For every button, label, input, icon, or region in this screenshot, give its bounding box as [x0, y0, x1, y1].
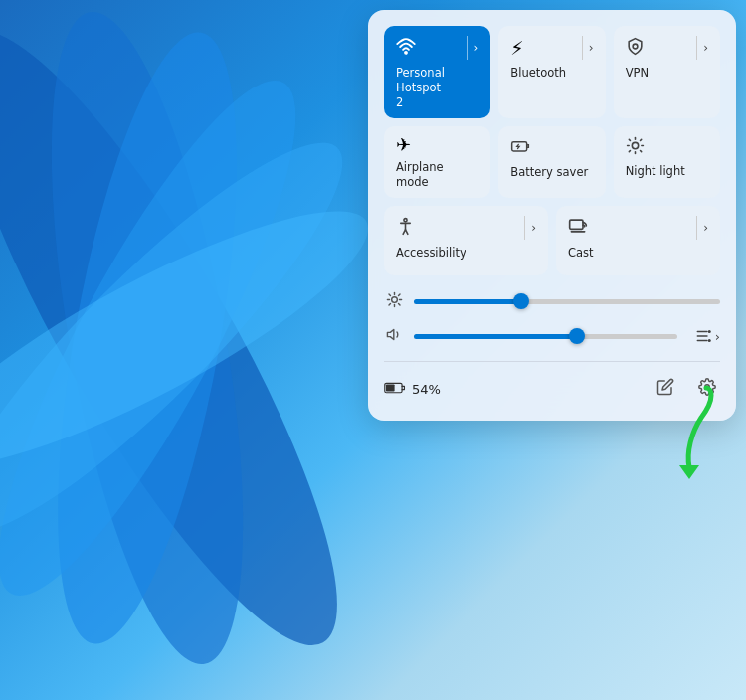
volume-thumb[interactable] — [569, 328, 585, 344]
svg-point-34 — [708, 339, 711, 342]
svg-line-28 — [398, 294, 400, 296]
battery-percent: 54% — [412, 382, 441, 397]
airplane-icon: ✈ — [396, 136, 411, 154]
cast-tile[interactable]: › Cast — [556, 206, 720, 275]
tiles-row1: › Personal Hotspot2 ⚡ › Bluetooth — [384, 26, 720, 118]
cast-label: Cast — [568, 246, 594, 261]
personal-hotspot-chevron[interactable]: › — [467, 36, 479, 60]
volume-slider-row: › — [384, 326, 720, 347]
svg-point-33 — [708, 330, 711, 333]
accessibility-icon — [396, 217, 415, 239]
bluetooth-icon: ⚡ — [510, 39, 523, 58]
personal-hotspot-tile[interactable]: › Personal Hotspot2 — [384, 26, 490, 118]
svg-rect-36 — [386, 384, 395, 391]
volume-icon — [384, 326, 404, 347]
bottom-action-icons — [653, 374, 720, 405]
svg-line-27 — [388, 303, 390, 305]
cast-chevron[interactable]: › — [696, 216, 708, 240]
personal-hotspot-label: Personal Hotspot2 — [396, 66, 478, 110]
brightness-track — [414, 299, 720, 304]
svg-line-24 — [398, 303, 400, 305]
shield-icon — [626, 37, 645, 59]
svg-point-20 — [391, 296, 397, 302]
brightness-thumb[interactable] — [513, 293, 529, 309]
volume-slider-container — [414, 327, 677, 345]
battery-saver-label: Battery saver — [510, 165, 588, 180]
svg-point-7 — [633, 44, 638, 49]
svg-line-23 — [388, 294, 390, 296]
accessibility-tile[interactable]: › Accessibility — [384, 206, 548, 275]
bottom-bar: 54% — [384, 374, 720, 405]
battery-saver-icon — [510, 136, 530, 159]
bluetooth-tile[interactable]: ⚡ › Bluetooth — [498, 26, 605, 118]
svg-point-37 — [705, 384, 710, 389]
volume-track — [414, 334, 677, 339]
vpn-tile[interactable]: › VPN — [614, 26, 720, 118]
edit-button[interactable] — [653, 374, 678, 405]
brightness-fill — [414, 299, 521, 304]
quick-settings-panel: › Personal Hotspot2 ⚡ › Bluetooth — [368, 10, 736, 421]
accessibility-label: Accessibility — [396, 246, 466, 261]
vpn-chevron[interactable]: › — [696, 36, 708, 60]
tiles-row2: ✈ Airplane mode Battery saver — [384, 126, 720, 198]
volume-fill — [414, 334, 577, 339]
brightness-slider-row — [384, 291, 720, 312]
battery-info: 54% — [384, 380, 441, 399]
night-light-label: Night light — [626, 164, 685, 179]
svg-line-17 — [640, 139, 641, 140]
accessibility-chevron[interactable]: › — [524, 216, 536, 240]
svg-line-16 — [629, 150, 630, 151]
battery-saver-tile[interactable]: Battery saver — [498, 126, 605, 198]
airplane-mode-tile[interactable]: ✈ Airplane mode — [384, 126, 490, 198]
svg-rect-19 — [570, 220, 583, 229]
brightness-icon — [384, 291, 404, 312]
cast-icon — [568, 216, 588, 239]
svg-line-12 — [629, 139, 630, 140]
svg-point-9 — [632, 142, 638, 148]
svg-line-13 — [640, 150, 641, 151]
volume-chevron: › — [715, 329, 720, 344]
vpn-label: VPN — [626, 66, 649, 81]
airplane-mode-label: Airplane mode — [396, 160, 478, 190]
svg-marker-29 — [387, 329, 393, 339]
bluetooth-chevron[interactable]: › — [582, 36, 594, 60]
panel-divider — [384, 361, 720, 362]
brightness-slider-container — [414, 292, 720, 310]
svg-point-6 — [405, 51, 407, 53]
tiles-row3: › Accessibility › — [384, 206, 720, 275]
wifi-icon — [396, 37, 416, 60]
settings-button[interactable] — [694, 374, 720, 405]
bluetooth-label: Bluetooth — [510, 66, 566, 81]
night-light-tile[interactable]: Night light — [614, 126, 720, 198]
svg-point-18 — [404, 218, 407, 221]
night-light-icon — [626, 136, 645, 158]
battery-icon — [384, 380, 406, 399]
volume-settings-button[interactable]: › — [695, 327, 720, 345]
